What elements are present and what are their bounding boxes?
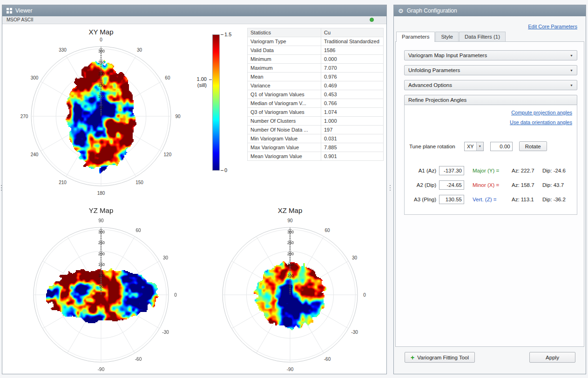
status-indicator-dot [370, 18, 374, 22]
radial-tick-label: 150 [98, 83, 105, 87]
accordion-advanced-options[interactable]: Advanced Options▼ [404, 80, 577, 90]
radial-tick-label: 250 [287, 240, 294, 245]
a1-az-input[interactable] [439, 166, 464, 175]
tab-parameters[interactable]: Parameters [396, 32, 435, 42]
table-row: Minimum0.000 [248, 55, 384, 64]
tune-plane-rotation-label: Tune plane rotation [409, 144, 464, 149]
stat-value: 1586 [321, 46, 384, 55]
radial-tick-label: 100 [98, 273, 105, 278]
stat-value: 197 [321, 126, 384, 134]
parameters-tab-content: Variogram Map Input Parameters▼Unfolding… [395, 41, 584, 347]
variogram-fitting-tool-button[interactable]: + Variogram Fitting Tool [405, 352, 475, 363]
rotation-angle-input[interactable] [490, 142, 513, 151]
accordion-list: Variogram Map Input Parameters▼Unfolding… [404, 50, 577, 95]
accordion-label: Variogram Map Input Parameters [408, 53, 487, 58]
colorbar-max-tick [221, 34, 223, 35]
radial-tick-label: 50 [99, 284, 104, 289]
plane-axis-select[interactable]: XY ▾ [464, 142, 484, 151]
accordion-variogram-map-input-parameters[interactable]: Variogram Map Input Parameters▼ [404, 50, 577, 60]
stats-header-statistics: Statistics [248, 28, 321, 37]
refine-projection-angles-group: Refine Projection Angles Compute project… [404, 95, 577, 215]
colorbar-min-label: 0 [224, 167, 227, 173]
table-row: Median of Variogram V...0.766 [248, 99, 384, 108]
table-row: Q3 of Variogram Values1.074 [248, 108, 384, 117]
stat-name: Mean [248, 73, 321, 81]
stat-name: Number Of Clusters [248, 117, 321, 126]
stat-value: 0.901 [321, 152, 384, 161]
table-row: Maximum7.070 [248, 64, 384, 73]
stat-value: 0.000 [321, 55, 384, 64]
compute-projection-angles-link[interactable]: Compute projection angles [511, 110, 572, 115]
stat-value: 7.070 [321, 64, 384, 73]
stat-name: Q3 of Variogram Values [248, 108, 321, 117]
stat-value: 0.766 [321, 99, 384, 108]
chevron-down-icon[interactable]: ▾ [476, 142, 483, 151]
radial-tick-label: 300 [287, 230, 294, 234]
colorbar-sill-label: 1.00 (sill) [197, 76, 207, 88]
config-title: Graph Configuration [407, 7, 457, 14]
azimuth-value: Az: 113.1 [512, 197, 542, 202]
stat-name: Minimum [248, 55, 321, 64]
viewer-titlebar[interactable]: Viewer [2, 5, 386, 16]
graph-configuration-panel: ⚙ Graph Configuration Edit Core Paramete… [393, 5, 586, 374]
table-row: Min Variogram Value0.031 [248, 134, 384, 143]
bottom-bar: + Variogram Fitting Tool Apply [394, 352, 586, 364]
table-row: Max Variogram Value7.885 [248, 143, 384, 152]
radial-tick-label: 250 [98, 60, 105, 65]
colorbar-gradient [212, 34, 220, 171]
config-titlebar[interactable]: ⚙ Graph Configuration [394, 5, 586, 16]
stat-value: 0.453 [321, 90, 384, 99]
stat-value: 7.885 [321, 143, 384, 152]
config-tabstrip: ParametersStyleData Filters (1) [396, 32, 506, 42]
table-row: Valid Data1586 [248, 46, 384, 55]
stat-name: Min Variogram Value [248, 134, 321, 143]
chevron-down-icon: ▼ [570, 54, 573, 57]
use-data-orientation-angles-link[interactable]: Use data orientation angles [510, 119, 572, 125]
radial-tick-label: 150 [287, 262, 294, 267]
apply-button[interactable]: Apply [529, 352, 575, 363]
radial-tick-label: 50 [99, 105, 104, 110]
left-splitter-handle[interactable] [0, 185, 3, 191]
angle-label: A2 (Dip) [411, 182, 436, 188]
colorbar-min-tick [221, 170, 223, 171]
table-row: Number Of Clusters1.000 [248, 117, 384, 126]
polar-map-xy-map: 0306090120150180210240270300330300250200… [15, 31, 187, 202]
stat-name: Variance [248, 81, 321, 90]
table-header-row: Statistics Cu [248, 28, 384, 37]
plane-axis-value: XY [465, 144, 476, 149]
panel-splitter-handle[interactable] [389, 185, 392, 191]
table-row: Variance0.469 [248, 81, 384, 90]
table-row: Mean0.976 [248, 73, 384, 81]
angle-row-a3-plng: A3 (Plng)Vert. (Z) =Az: 113.1Dip: -36.2 [411, 194, 573, 205]
radial-tick-label: 50 [288, 284, 293, 289]
stat-value: 0.031 [321, 134, 384, 143]
radial-tick-label: 300 [98, 49, 105, 53]
accordion-label: Unfolding Parameters [408, 67, 460, 73]
tune-plane-rotation-row: Tune plane rotation XY ▾ Rotate [409, 141, 547, 151]
edit-core-parameters-link[interactable]: Edit Core Parameters [528, 24, 577, 29]
radial-tick-label: 200 [98, 72, 105, 76]
gear-icon: ⚙ [398, 8, 404, 14]
table-row: Number Of Noise Data ...197 [248, 126, 384, 134]
radial-tick-label: 300 [98, 230, 105, 234]
dip-value: Dip: -24.6 [542, 168, 566, 173]
stat-value: 0.469 [321, 81, 384, 90]
radial-tick-label: 250 [98, 240, 105, 245]
a3-plng-input[interactable] [439, 195, 464, 204]
colorbar-sill-tick [209, 80, 212, 80]
axis-name-label: Vert. (Z) = [473, 197, 512, 202]
colorbar: 1.5 0 1.00 (sill) [185, 34, 246, 174]
tab-data-filters-1[interactable]: Data Filters (1) [459, 32, 506, 41]
viewer-tabbar: MSOP ASCII [2, 16, 386, 24]
a2-dip-input[interactable] [439, 180, 464, 190]
accordion-unfolding-parameters[interactable]: Unfolding Parameters▼ [404, 65, 577, 75]
colorbar-max-label: 1.5 [224, 32, 231, 37]
stat-name: Mean Variogram Value [248, 152, 321, 161]
tab-msop-ascii[interactable]: MSOP ASCII [7, 17, 34, 22]
stat-value: 1.000 [321, 117, 384, 126]
rotate-button[interactable]: Rotate [519, 141, 547, 151]
stat-value: 0.976 [321, 73, 384, 81]
table-row: Mean Variogram Value0.901 [248, 152, 384, 161]
stat-value: 1.074 [321, 108, 384, 117]
tab-style[interactable]: Style [435, 32, 459, 41]
